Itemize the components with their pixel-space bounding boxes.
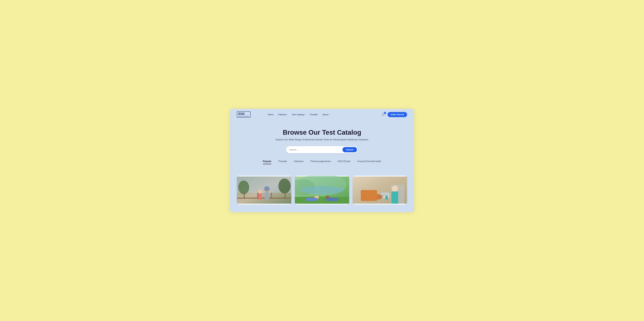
svg-point-2: [238, 180, 249, 194]
chevron-down-icon: ▾: [286, 114, 287, 115]
order-test-kit-button[interactable]: Order Test Kit: [388, 112, 407, 117]
svg-point-35: [370, 191, 371, 193]
tab-ngs-panels[interactable]: NGS Panels: [338, 160, 350, 164]
cards-row: [230, 176, 414, 204]
svg-point-25: [328, 197, 333, 200]
svg-rect-7: [271, 193, 272, 199]
svg-rect-8: [284, 193, 286, 199]
svg-point-14: [262, 193, 265, 195]
nav-home[interactable]: Home: [268, 113, 274, 116]
tab-infectious[interactable]: Infectious: [294, 160, 304, 164]
category-tabs: Popular Prenatal Infectious Pharmacogeno…: [237, 160, 407, 164]
svg-point-12: [258, 189, 262, 193]
search-bar: Search: [286, 146, 358, 153]
svg-rect-32: [361, 190, 377, 201]
svg-point-18: [300, 186, 344, 194]
page-title: Browse Our Test Catalog: [237, 129, 407, 136]
svg-point-34: [367, 194, 368, 195]
nav-test-catalog[interactable]: Test Catalog ▾: [292, 113, 305, 116]
browser-window: EXG EXPRESSGENE Home Patients ▾ Test Cat…: [230, 109, 414, 212]
tab-pharmacogenomics[interactable]: Pharmacogenomics: [310, 160, 331, 164]
svg-rect-13: [258, 193, 262, 199]
logo[interactable]: EXG EXPRESSGENE: [237, 111, 250, 118]
svg-point-3: [278, 178, 291, 193]
nav-provider[interactable]: Provider: [310, 113, 318, 116]
cart-button[interactable]: 🛒 0: [381, 113, 385, 116]
card-image-3: [352, 176, 407, 204]
svg-rect-37: [392, 191, 398, 204]
svg-point-10: [264, 186, 270, 191]
logo-text-main: EXG: [238, 112, 244, 115]
navbar: EXG EXPRESSGENE Home Patients ▾ Test Cat…: [230, 109, 414, 120]
svg-rect-4: [237, 197, 292, 199]
hero-section: Browse Our Test Catalog Explore Our Wide…: [230, 120, 414, 176]
svg-rect-39: [386, 195, 388, 199]
svg-point-36: [392, 185, 398, 192]
cart-badge: 0: [384, 112, 386, 114]
nav-right: 🛒 0 Order Test Kit: [381, 112, 407, 117]
search-input[interactable]: [290, 149, 342, 151]
chevron-down-icon: ▾: [328, 114, 329, 115]
tab-popular[interactable]: Popular: [263, 160, 272, 164]
svg-rect-5: [244, 193, 245, 199]
svg-point-33: [364, 192, 366, 193]
card-image-1: [237, 176, 292, 204]
card-image-2: [295, 176, 349, 204]
svg-rect-11: [265, 192, 269, 199]
svg-rect-19: [295, 197, 349, 204]
nav-links: Home Patients ▾ Test Catalog ▾ Provider …: [268, 113, 381, 116]
logo-box: EXG EXPRESSGENE: [237, 111, 250, 118]
tab-prenatal[interactable]: Prenatal: [278, 160, 287, 164]
test-card-1[interactable]: [237, 176, 292, 204]
search-button[interactable]: Search: [342, 147, 357, 152]
hero-subtitle: Explore Our Wide Range of Advanced Genet…: [237, 138, 407, 141]
logo-text-sub: EXPRESSGENE: [238, 116, 249, 117]
tab-ancestry[interactable]: Ancestry/Overall health: [357, 160, 381, 164]
svg-point-24: [311, 197, 316, 200]
nav-patients[interactable]: Patients ▾: [278, 113, 287, 116]
svg-rect-6: [257, 193, 258, 199]
nav-about[interactable]: About ▾: [322, 113, 329, 116]
test-card-2[interactable]: [295, 176, 349, 204]
chevron-down-icon: ▾: [304, 114, 305, 115]
test-card-3[interactable]: [352, 176, 407, 204]
